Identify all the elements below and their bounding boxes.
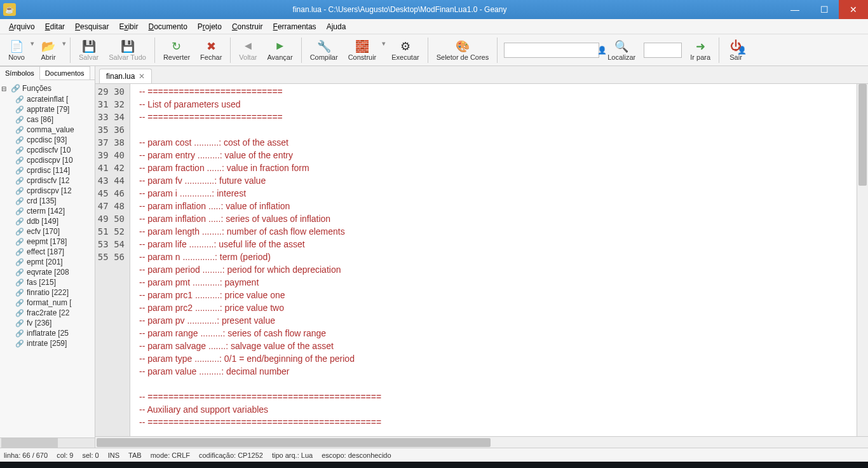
goto-button[interactable]: ➜Ir para	[686, 36, 715, 65]
compile-icon: 🔧	[317, 39, 331, 53]
link-icon: 🔗	[15, 279, 24, 287]
maximize-button[interactable]: ☐	[810, 0, 839, 19]
close-file-button[interactable]: ✖Fechar	[196, 36, 226, 65]
dropdown-arrow-icon[interactable]: ▾	[62, 39, 66, 48]
dropdown-arrow-icon[interactable]: ▾	[382, 39, 386, 48]
symbol-item[interactable]: 🔗comma_value	[1, 125, 93, 135]
quit-button[interactable]: ⏻Sair	[723, 36, 749, 65]
symbol-label: fas [215]	[27, 278, 56, 287]
symbol-label: cprdiscpv [12	[27, 186, 72, 195]
compile-button[interactable]: 🔧Compilar	[306, 36, 342, 65]
symbol-item[interactable]: 🔗epmt [201]	[1, 257, 93, 267]
symbol-item[interactable]: 🔗inflatrate [25	[1, 328, 93, 338]
symbol-item[interactable]: 🔗acrateinflat [	[1, 94, 93, 104]
symbol-item[interactable]: 🔗finratio [222]	[1, 287, 93, 298]
link-icon: 🔗	[15, 146, 24, 155]
symbol-label: cas [86]	[27, 115, 53, 124]
search-icon: 🔍	[614, 39, 628, 53]
symbol-label: format_num [	[27, 298, 72, 307]
symbol-item[interactable]: 🔗cprdisc [114]	[1, 165, 93, 176]
menu-documento[interactable]: Documento	[143, 20, 192, 33]
symbol-item[interactable]: 🔗ddb [149]	[1, 216, 93, 226]
save-button[interactable]: 💾Salvar	[74, 36, 103, 65]
save-all-button[interactable]: 💾Salvar Tudo	[104, 36, 151, 65]
link-icon: 🔗	[15, 329, 24, 338]
goto-field[interactable]: 👤	[644, 43, 682, 58]
symbol-item[interactable]: 🔗crd [135]	[1, 196, 93, 206]
find-field[interactable]: 👤	[504, 43, 599, 58]
menu-ferramentas[interactable]: Ferramentas	[268, 20, 322, 33]
symbol-item[interactable]: 🔗apptrate [79]	[1, 104, 93, 114]
menu-arquivo[interactable]: Arquivo	[4, 20, 40, 33]
symbol-item[interactable]: 🔗cpcdiscpv [10	[1, 155, 93, 165]
titlebar: ☕ finan.lua - C:\Users\Augusto\Desktop\M…	[0, 0, 868, 19]
close-button[interactable]: ✕	[839, 0, 868, 19]
dropdown-arrow-icon[interactable]: ▾	[31, 39, 34, 48]
symbol-label: eqvrate [208	[27, 268, 69, 277]
symbol-label: ecfv [170]	[27, 227, 60, 236]
link-icon: 🔗	[15, 268, 24, 277]
file-tabs: finan.lua ✕	[95, 66, 868, 84]
symbol-item[interactable]: 🔗format_num [	[1, 298, 93, 308]
status-ins: INS	[108, 451, 119, 459]
symbol-root-functions[interactable]: ⊟ 🔗 Funções	[1, 83, 93, 94]
link-icon: 🔗	[15, 217, 24, 226]
file-tab-finan[interactable]: finan.lua ✕	[99, 69, 152, 83]
symbol-label: cterm [142]	[27, 207, 65, 216]
menu-projeto[interactable]: Projeto	[193, 20, 227, 33]
symbol-label: crd [135]	[27, 196, 57, 205]
new-button[interactable]: 📄Novo	[4, 36, 29, 65]
color-picker-button[interactable]: 🎨Seletor de Cores	[432, 36, 494, 65]
code-editor[interactable]: -- ========================== -- List of…	[130, 84, 857, 436]
status-mode: mode: CRLF	[151, 451, 190, 459]
revert-icon: ↻	[172, 39, 181, 53]
editor-vscroll[interactable]	[857, 84, 868, 436]
symbol-item[interactable]: 🔗cpcdiscfv [10	[1, 145, 93, 155]
symbol-item[interactable]: 🔗cterm [142]	[1, 206, 93, 216]
toolbar: 📄Novo ▾ 📂Abrir ▾ 💾Salvar 💾Salvar Tudo ↻R…	[0, 34, 868, 66]
status-line: linha: 66 / 670	[4, 451, 48, 459]
run-button[interactable]: ⚙Executar	[387, 36, 423, 65]
build-button[interactable]: 🧱Construir	[344, 36, 381, 65]
symbol-item[interactable]: 🔗eqvrate [208	[1, 267, 93, 277]
symbol-item[interactable]: 🔗cprdiscfv [12	[1, 176, 93, 186]
revert-button[interactable]: ↻Reverter	[159, 36, 194, 65]
symbol-item[interactable]: 🔗fas [215]	[1, 277, 93, 287]
goto-icon: ➜	[696, 39, 705, 53]
tab-symbols[interactable]: Símbolos	[0, 66, 40, 80]
editor-hscroll[interactable]	[95, 436, 868, 448]
symbol-item[interactable]: 🔗cpcdisc [93]	[1, 135, 93, 145]
forward-icon: ►	[275, 39, 286, 53]
symbol-item[interactable]: 🔗cas [86]	[1, 114, 93, 125]
symbol-label: effect [187]	[27, 247, 64, 256]
status-scope: escopo: desconhecido	[322, 451, 391, 459]
symbol-item[interactable]: 🔗effect [187]	[1, 247, 93, 257]
menu-construir[interactable]: Construir	[227, 20, 268, 33]
symbol-label: cprdiscfv [12	[27, 176, 69, 185]
menu-exibir[interactable]: Exibir	[114, 20, 143, 33]
minimize-button[interactable]: —	[780, 0, 810, 19]
symbol-tree[interactable]: ⊟ 🔗 Funções 🔗acrateinflat [🔗apptrate [79…	[0, 80, 95, 437]
collapse-icon[interactable]: ⊟	[1, 85, 9, 92]
menu-ajuda[interactable]: Ajuda	[322, 20, 351, 33]
symbol-item[interactable]: 🔗eepmt [178]	[1, 237, 93, 247]
sidebar-hscroll[interactable]	[0, 437, 95, 448]
tab-documents[interactable]: Documentos	[40, 66, 90, 79]
find-input[interactable]	[505, 46, 597, 54]
find-button[interactable]: 🔍Localizar	[603, 36, 640, 65]
symbol-item[interactable]: 🔗ecfv [170]	[1, 226, 93, 237]
status-filetype: tipo arq.: Lua	[272, 451, 313, 459]
folder-icon: 📂	[41, 39, 55, 53]
close-tab-icon[interactable]: ✕	[139, 72, 145, 81]
symbol-item[interactable]: 🔗intrate [259]	[1, 338, 93, 348]
symbol-label: finratio [222]	[27, 288, 69, 297]
symbol-item[interactable]: 🔗cprdiscpv [12	[1, 186, 93, 196]
menu-pesquisar[interactable]: Pesquisar	[70, 20, 114, 33]
symbol-root-label: Funções	[22, 84, 51, 93]
symbol-item[interactable]: 🔗fv [236]	[1, 318, 93, 328]
symbol-item[interactable]: 🔗frac2rate [22	[1, 308, 93, 318]
open-button[interactable]: 📂Abrir	[36, 36, 61, 65]
menu-editar[interactable]: Editar	[40, 20, 70, 33]
forward-button[interactable]: ►Avançar	[262, 36, 297, 65]
back-button[interactable]: ◄Voltar	[234, 36, 261, 65]
